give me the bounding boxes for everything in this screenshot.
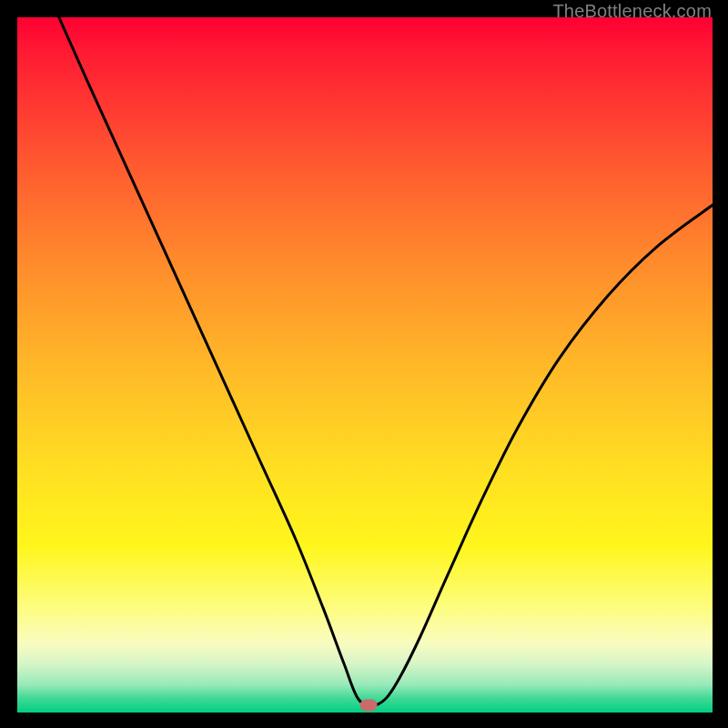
bottleneck-curve bbox=[59, 17, 713, 705]
chart-plot-area bbox=[17, 17, 713, 713]
optimal-point-marker bbox=[359, 699, 377, 711]
chart-curve-svg bbox=[17, 17, 713, 713]
watermark-text: TheBottleneck.com bbox=[552, 1, 712, 22]
